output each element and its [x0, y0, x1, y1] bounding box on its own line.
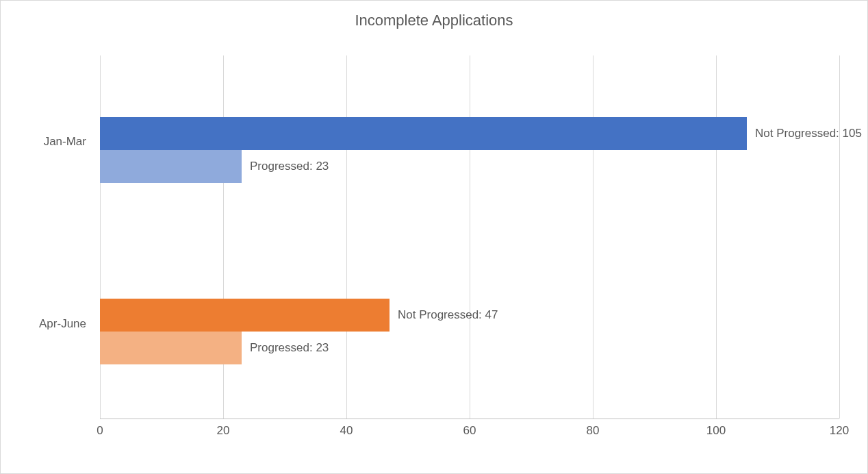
bar-apr-june-not-progressed — [100, 299, 390, 332]
gridline — [716, 55, 717, 419]
bar-label-jan-mar-progressed: Progressed: 23 — [250, 160, 329, 173]
bar-label-apr-june-progressed: Progressed: 23 — [250, 341, 329, 355]
bar-label-apr-june-not-progressed: Not Progressed: 47 — [398, 308, 498, 322]
bar-apr-june-progressed — [100, 332, 242, 364]
x-tick: 0 — [86, 424, 114, 438]
plot-area: Not Progressed: 105 Progressed: 23 Not P… — [100, 55, 839, 419]
bar-jan-mar-not-progressed — [100, 117, 747, 150]
bar-label-jan-mar-not-progressed: Not Progressed: 105 — [755, 127, 862, 140]
chart-frame: Incomplete Applications Jan-Mar Apr-June… — [0, 0, 868, 474]
x-tick: 80 — [579, 424, 607, 438]
x-tick: 20 — [209, 424, 237, 438]
gridline — [839, 55, 840, 419]
gridline — [593, 55, 593, 419]
y-tick-jan-mar: Jan-Mar — [1, 135, 86, 149]
bar-jan-mar-progressed — [100, 150, 242, 183]
grid-area — [100, 55, 839, 419]
x-tick: 120 — [826, 424, 853, 438]
gridline — [346, 55, 347, 419]
y-tick-apr-june: Apr-June — [1, 317, 86, 331]
x-tick: 60 — [456, 424, 483, 438]
x-tick: 40 — [333, 424, 360, 438]
x-tick: 100 — [702, 424, 730, 438]
chart-title: Incomplete Applications — [1, 12, 867, 29]
gridline — [470, 55, 470, 419]
